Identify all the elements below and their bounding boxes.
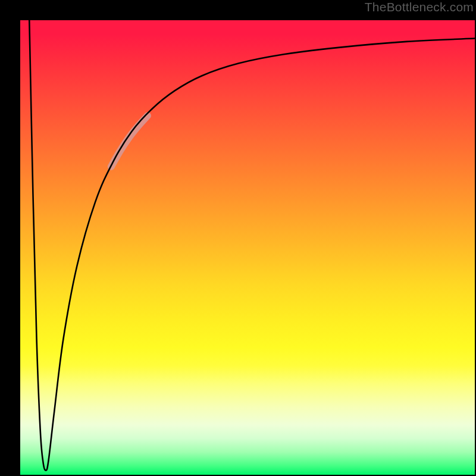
bottleneck-curve-main bbox=[29, 20, 475, 470]
highlight-band-group bbox=[111, 115, 148, 167]
chart-plot-area bbox=[20, 20, 475, 475]
watermark-text: TheBottleneck.com bbox=[365, 0, 474, 14]
chart-curves-layer bbox=[20, 20, 475, 475]
main-curve-group bbox=[29, 20, 475, 470]
chart-plot-outer bbox=[10, 10, 466, 466]
highlight-band bbox=[111, 115, 148, 167]
chart-frame: TheBottleneck.com bbox=[0, 0, 476, 476]
